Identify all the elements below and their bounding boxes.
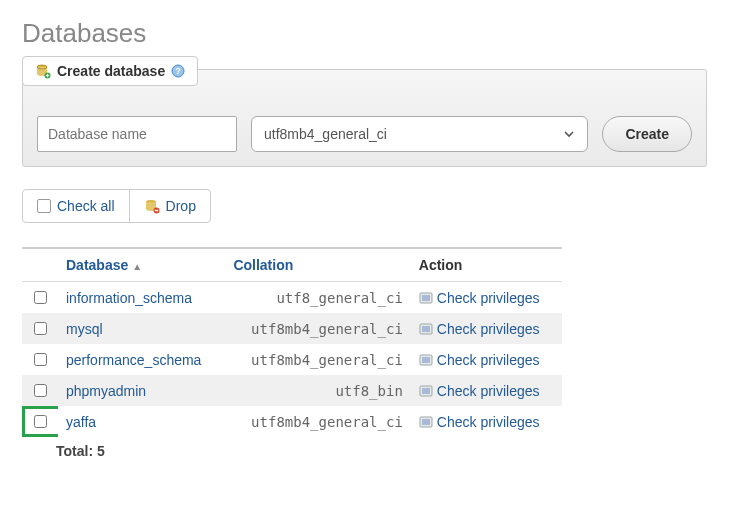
drop-button[interactable]: Drop [129, 189, 211, 223]
check-privileges-link[interactable]: Check privileges [419, 352, 554, 368]
svg-text:?: ? [175, 66, 181, 76]
privileges-label: Check privileges [437, 290, 540, 306]
help-icon[interactable]: ? [171, 64, 185, 78]
collation-value: utf8mb4_general_ci [233, 414, 402, 430]
check-privileges-link[interactable]: Check privileges [419, 414, 554, 430]
check-all-label: Check all [57, 198, 115, 214]
privileges-icon [419, 291, 433, 305]
check-privileges-link[interactable]: Check privileges [419, 383, 554, 399]
check-all-button[interactable]: Check all [22, 189, 130, 223]
collation-value: utf8_bin [233, 383, 402, 399]
privileges-icon [419, 384, 433, 398]
table-row: performance_schemautf8mb4_general_ciChec… [22, 344, 562, 375]
privileges-label: Check privileges [437, 414, 540, 430]
row-checkbox[interactable] [34, 415, 47, 428]
privileges-label: Check privileges [437, 352, 540, 368]
privileges-label: Check privileges [437, 383, 540, 399]
create-database-label: Create database [57, 63, 165, 79]
check-privileges-link[interactable]: Check privileges [419, 321, 554, 337]
privileges-icon [419, 322, 433, 336]
privileges-label: Check privileges [437, 321, 540, 337]
database-link[interactable]: yaffa [66, 414, 96, 430]
create-database-panel: Create database ? utf8mb4_general_ci Cre… [22, 69, 707, 167]
drop-label: Drop [166, 198, 196, 214]
database-table: Database ▲ Collation Action information_… [22, 247, 562, 437]
drop-icon [144, 198, 160, 214]
check-privileges-link[interactable]: Check privileges [419, 290, 554, 306]
total-count: Total: 5 [56, 443, 707, 459]
database-link[interactable]: mysql [66, 321, 103, 337]
header-database[interactable]: Database ▲ [58, 248, 225, 282]
table-header-row: Database ▲ Collation Action [22, 248, 562, 282]
create-database-tab: Create database ? [22, 56, 198, 86]
privileges-icon [419, 353, 433, 367]
table-row: mysqlutf8mb4_general_ciCheck privileges [22, 313, 562, 344]
privileges-icon [419, 415, 433, 429]
collation-value: utf8mb4_general_ci [233, 352, 402, 368]
page-title: Databases [22, 18, 707, 49]
collation-value: utf8mb4_general_ci [233, 321, 402, 337]
checkbox-icon [37, 199, 51, 213]
header-collation[interactable]: Collation [225, 248, 410, 282]
database-link[interactable]: information_schema [66, 290, 192, 306]
database-link[interactable]: performance_schema [66, 352, 201, 368]
row-checkbox[interactable] [34, 353, 47, 366]
row-checkbox[interactable] [34, 291, 47, 304]
table-row: yaffautf8mb4_general_ciCheck privileges [22, 406, 562, 437]
chevron-down-icon [563, 128, 575, 140]
table-row: phpmyadminutf8_binCheck privileges [22, 375, 562, 406]
database-link[interactable]: phpmyadmin [66, 383, 146, 399]
create-button[interactable]: Create [602, 116, 692, 152]
database-name-input[interactable] [37, 116, 237, 152]
table-row: information_schemautf8_general_ciCheck p… [22, 282, 562, 314]
header-action: Action [411, 248, 562, 282]
collation-select-value: utf8mb4_general_ci [264, 126, 387, 142]
database-add-icon [35, 63, 51, 79]
row-checkbox[interactable] [34, 384, 47, 397]
create-database-form: utf8mb4_general_ci Create [37, 116, 692, 152]
sort-asc-icon: ▲ [132, 261, 142, 272]
row-checkbox[interactable] [34, 322, 47, 335]
collation-value: utf8_general_ci [233, 290, 402, 306]
collation-select[interactable]: utf8mb4_general_ci [251, 116, 588, 152]
table-toolbar: Check all Drop [22, 189, 707, 223]
